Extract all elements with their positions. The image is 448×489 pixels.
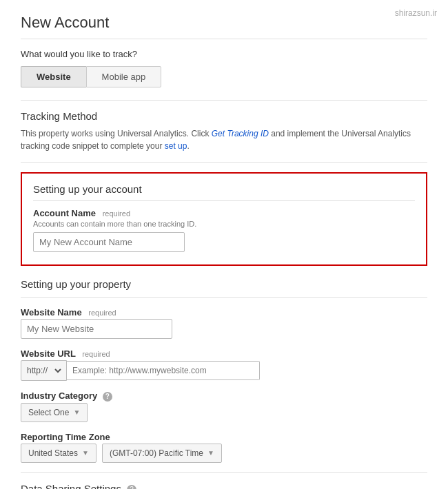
industry-help-icon[interactable]: ? xyxy=(103,392,112,402)
account-name-input[interactable] xyxy=(33,232,185,252)
tab-mobile-app[interactable]: Mobile app xyxy=(86,66,162,87)
property-setup-title: Setting up your property xyxy=(21,278,427,290)
timezone-row: United States ▼ (GMT-07:00) Pacific Time… xyxy=(21,444,427,463)
industry-dropdown-arrow: ▼ xyxy=(73,408,80,416)
industry-group: Industry Category ? Select One ▼ xyxy=(21,391,427,422)
data-sharing-title: Data Sharing Settings ? xyxy=(21,483,427,489)
get-tracking-id-link[interactable]: Get Tracking ID xyxy=(212,129,269,138)
track-question: What would you like to track? xyxy=(21,49,427,59)
tracking-method-title: Tracking Method xyxy=(21,110,427,122)
data-sharing-help-icon[interactable]: ? xyxy=(127,485,136,489)
account-setup-box: Setting up your account Account Name req… xyxy=(21,172,427,266)
tab-website[interactable]: Website xyxy=(21,66,86,87)
industry-label: Industry Category ? xyxy=(21,391,427,402)
account-name-help: Accounts can contain more than one track… xyxy=(33,220,415,228)
website-name-group: Website Name required xyxy=(21,307,427,339)
industry-dropdown-btn[interactable]: Select One ▼ xyxy=(21,403,88,422)
timezone-country-arrow: ▼ xyxy=(82,449,89,457)
data-sharing-section: Data Sharing Settings ? Data you collect… xyxy=(21,483,427,489)
timezone-group: Reporting Time Zone United States ▼ (GMT… xyxy=(21,432,427,463)
website-url-label: Website URL required xyxy=(21,348,427,359)
set-up-link[interactable]: set up xyxy=(165,141,187,151)
protocol-dropdown[interactable]: http:// https:// xyxy=(24,365,63,376)
url-input[interactable] xyxy=(67,361,260,380)
track-type-tabs: Website Mobile app xyxy=(21,66,427,87)
industry-select: Select One ▼ xyxy=(21,403,427,422)
account-name-label: Account Name required xyxy=(33,208,415,218)
website-url-group: Website URL required http:// https:// xyxy=(21,348,427,381)
page-title: New Account xyxy=(21,14,427,32)
url-row: http:// https:// xyxy=(21,360,427,381)
protocol-select[interactable]: http:// https:// xyxy=(21,360,67,381)
account-setup-title: Setting up your account xyxy=(33,183,415,195)
timezone-label: Reporting Time Zone xyxy=(21,432,427,442)
timezone-value-btn[interactable]: (GMT-07:00) Pacific Time ▼ xyxy=(102,444,222,463)
tracking-method-info: This property works using Universal Anal… xyxy=(21,127,427,152)
timezone-country-btn[interactable]: United States ▼ xyxy=(21,444,96,463)
timezone-value-arrow: ▼ xyxy=(207,449,214,457)
website-name-input[interactable] xyxy=(21,319,172,339)
website-name-label: Website Name required xyxy=(21,307,427,318)
main-container: shirazsun.ir New Account What would you … xyxy=(0,0,448,489)
watermark: shirazsun.ir xyxy=(395,8,437,18)
property-setup-section: Setting up your property Website Name re… xyxy=(21,278,427,463)
